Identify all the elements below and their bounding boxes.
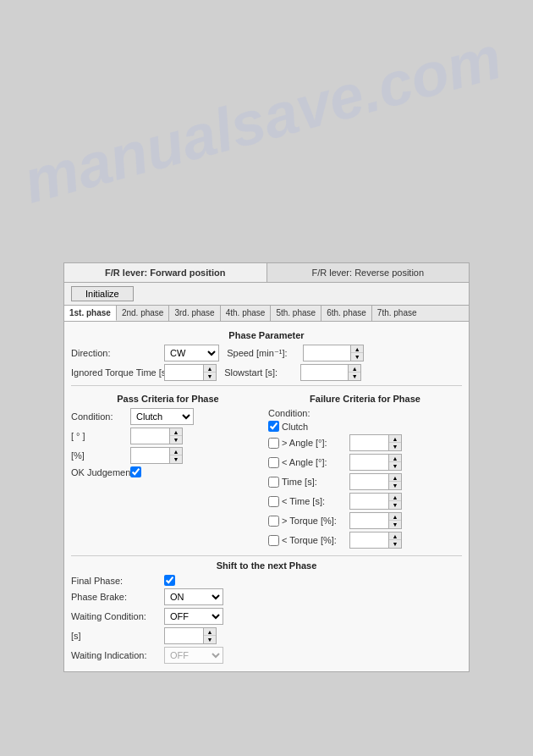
waiting-indication-row: Waiting Indication: OFF ON — [71, 647, 462, 664]
final-phase-label: Final Phase: — [71, 576, 164, 586]
tab-phase-5[interactable]: 5th. phase — [271, 306, 321, 321]
fail-time-lt-input[interactable]: 0.0 — [350, 495, 388, 507]
fail-torque-lt-input[interactable]: 0 — [350, 534, 388, 546]
fail-torque-gt-checkbox[interactable] — [268, 516, 279, 527]
ignored-torque-row: Ignored Torque Time [s]: 0.5 ▲ ▼ Slowsta… — [71, 364, 462, 381]
fail-torque-gt-row: > Torque [%]: 0 ▲ ▼ — [268, 512, 462, 529]
speed-spinner[interactable]: 1300 ▲ ▼ — [303, 345, 364, 361]
pass-criteria-header: Pass Criteria for Phase — [71, 394, 265, 404]
shift-s-spinner[interactable]: 0.0 ▲ ▼ — [164, 627, 217, 644]
fail-time-lt-up-btn[interactable]: ▲ — [389, 494, 401, 501]
tab-phase-4[interactable]: 4th. phase — [221, 306, 272, 321]
fail-time-gt-up-btn[interactable]: ▲ — [389, 474, 401, 482]
fail-time-gt-row: Time [s]: 0.0 ▲ ▼ — [268, 473, 462, 490]
fail-torque-gt-spinner[interactable]: 0 ▲ ▼ — [349, 512, 402, 529]
fail-angle-gt-input[interactable]: 0 — [350, 437, 388, 449]
final-phase-checkbox[interactable] — [164, 575, 175, 586]
fail-torque-lt-up-btn[interactable]: ▲ — [389, 533, 401, 540]
fail-time-lt-spinner[interactable]: 0.0 ▲ ▼ — [349, 493, 402, 510]
pass-angle-row: [ ° ] 0 ▲ ▼ — [71, 428, 265, 444]
fail-torque-gt-input[interactable]: 0 — [350, 515, 388, 527]
speed-label: Speed [min⁻¹]: — [227, 348, 303, 359]
pass-angle-input[interactable]: 0 — [131, 430, 169, 442]
pass-angle-up-btn[interactable]: ▲ — [170, 428, 182, 436]
shift-s-down-btn[interactable]: ▼ — [204, 636, 216, 643]
fail-torque-gt-up-btn[interactable]: ▲ — [389, 513, 401, 521]
fail-torque-lt-spinner[interactable]: 0 ▲ ▼ — [349, 532, 402, 549]
tab-phase-7[interactable]: 7th. phase — [372, 306, 422, 321]
fail-angle-lt-input[interactable]: 0 — [350, 456, 388, 468]
fail-angle-lt-up-btn[interactable]: ▲ — [389, 455, 401, 462]
tab-phase-1[interactable]: 1st. phase — [64, 306, 117, 321]
slowstart-up-btn[interactable]: ▲ — [349, 365, 360, 372]
ok-judgement-checkbox[interactable] — [130, 466, 141, 477]
ignored-torque-spinner[interactable]: 0.5 ▲ ▼ — [164, 364, 217, 381]
fail-condition-row: Condition: — [268, 408, 462, 418]
fail-torque-lt-label: < Torque [%]: — [282, 535, 349, 545]
fail-angle-lt-down-btn[interactable]: ▼ — [389, 462, 401, 470]
pass-percent-label: [%] — [71, 450, 130, 461]
fail-angle-gt-spinner[interactable]: 0 ▲ ▼ — [349, 434, 402, 451]
fail-time-gt-checkbox[interactable] — [268, 477, 279, 488]
fail-angle-lt-spinner[interactable]: 0 ▲ ▼ — [349, 454, 402, 471]
speed-input[interactable]: 1300 — [304, 347, 350, 359]
fail-torque-lt-checkbox[interactable] — [268, 535, 279, 546]
fail-angle-gt-up-btn[interactable]: ▲ — [389, 435, 401, 443]
waiting-condition-row: Waiting Condition: OFF ON — [71, 608, 462, 625]
pass-percent-down-btn[interactable]: ▼ — [170, 455, 182, 463]
pass-percent-up-btn[interactable]: ▲ — [170, 448, 182, 455]
ignored-torque-up-btn[interactable]: ▲ — [204, 365, 216, 372]
shift-s-up-btn[interactable]: ▲ — [204, 628, 216, 636]
tab-phase-2[interactable]: 2nd. phase — [117, 306, 170, 321]
fail-torque-gt-down-btn[interactable]: ▼ — [389, 521, 401, 528]
phase-tab-bar: 1st. phase 2nd. phase 3rd. phase 4th. ph… — [64, 306, 469, 322]
tab-reverse[interactable]: F/R lever: Reverse position — [267, 263, 470, 282]
phase-brake-select[interactable]: ON OFF — [164, 588, 223, 605]
shift-s-input[interactable]: 0.0 — [165, 630, 203, 642]
speed-down-btn[interactable]: ▼ — [351, 353, 363, 361]
fail-time-gt-input[interactable]: 0.0 — [350, 476, 388, 488]
initialize-button[interactable]: Initialize — [71, 286, 134, 301]
fail-angle-gt-down-btn[interactable]: ▼ — [389, 443, 401, 450]
fail-time-gt-spinner[interactable]: 0.0 ▲ ▼ — [349, 473, 402, 490]
ignored-torque-label: Ignored Torque Time [s]: — [71, 367, 164, 378]
pass-angle-down-btn[interactable]: ▼ — [170, 436, 182, 444]
waiting-indication-select[interactable]: OFF ON — [164, 647, 223, 664]
ok-judgement-row: OK Judgement — [71, 466, 265, 477]
slowstart-down-btn[interactable]: ▼ — [349, 372, 360, 380]
phase-brake-label: Phase Brake: — [71, 592, 164, 602]
fail-torque-lt-row: < Torque [%]: 0 ▲ ▼ — [268, 532, 462, 549]
pass-angle-spinner[interactable]: 0 ▲ ▼ — [130, 428, 183, 444]
fail-time-lt-label: < Time [s]: — [282, 496, 349, 506]
shift-s-row: [s] 0.0 ▲ ▼ — [71, 627, 462, 644]
tab-phase-3[interactable]: 3rd. phase — [169, 306, 220, 321]
fail-angle-gt-row: > Angle [°]: 0 ▲ ▼ — [268, 434, 462, 451]
pass-condition-select[interactable]: Clutch Angle Torque — [130, 408, 194, 425]
pass-percent-spinner[interactable]: 0 ▲ ▼ — [130, 447, 183, 464]
pass-percent-input[interactable]: 0 — [131, 450, 169, 461]
slowstart-input[interactable]: 020 — [301, 367, 348, 378]
shift-s-label: [s] — [71, 631, 164, 641]
ignored-torque-down-btn[interactable]: ▼ — [204, 372, 216, 380]
fail-angle-lt-checkbox[interactable] — [268, 457, 279, 468]
speed-up-btn[interactable]: ▲ — [351, 345, 363, 353]
fail-clutch-checkbox[interactable] — [268, 421, 279, 432]
fail-torque-lt-down-btn[interactable]: ▼ — [389, 540, 401, 548]
phase-parameter-header: Phase Parameter — [71, 330, 462, 340]
tab-phase-6[interactable]: 6th. phase — [321, 306, 372, 321]
fail-clutch-row: Clutch — [268, 421, 462, 432]
ignored-torque-input[interactable]: 0.5 — [165, 367, 203, 378]
tab-forward[interactable]: F/R lever: Forward position — [64, 263, 267, 282]
pass-criteria-col: Pass Criteria for Phase Condition: Clutc… — [71, 390, 265, 551]
main-panel: F/R lever: Forward position F/R lever: R… — [63, 262, 470, 672]
slowstart-spinner[interactable]: 020 ▲ ▼ — [300, 364, 361, 381]
fail-angle-lt-label: < Angle [°]: — [282, 457, 349, 467]
final-phase-row: Final Phase: — [71, 575, 462, 586]
fail-clutch-label: Clutch — [282, 422, 308, 432]
fail-time-lt-checkbox[interactable] — [268, 496, 279, 507]
waiting-condition-select[interactable]: OFF ON — [164, 608, 223, 625]
fail-angle-gt-checkbox[interactable] — [268, 438, 279, 449]
direction-select[interactable]: CW CCW — [164, 345, 219, 361]
fail-time-lt-down-btn[interactable]: ▼ — [389, 501, 401, 509]
fail-time-gt-down-btn[interactable]: ▼ — [389, 482, 401, 489]
